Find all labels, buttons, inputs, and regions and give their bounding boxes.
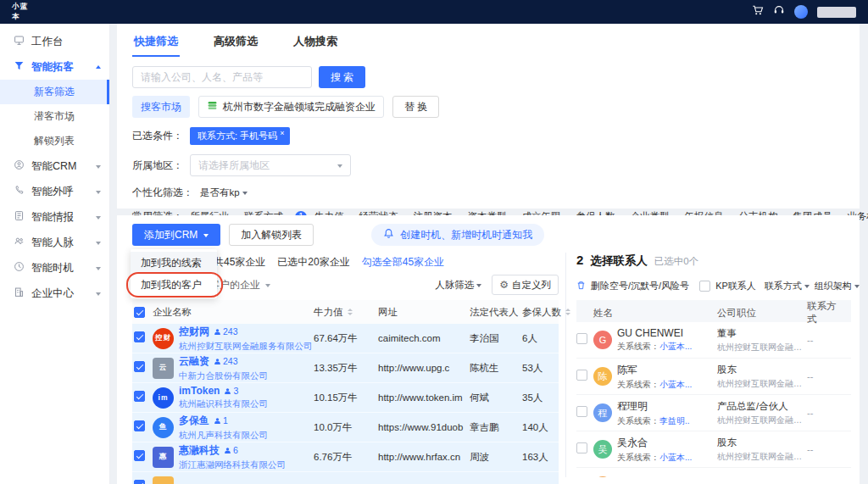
tab-quick-filter[interactable]: 快捷筛选 xyxy=(132,31,180,57)
kp-checkbox[interactable] xyxy=(699,281,710,292)
market-button[interactable]: 搜客市场 xyxy=(132,96,190,118)
cart-icon[interactable] xyxy=(752,4,764,19)
sidebar-item-smart-crm[interactable]: 智能CRM xyxy=(0,153,109,179)
contact-name[interactable]: 吴永合 xyxy=(617,436,692,450)
contacts-count-badge[interactable]: 243 xyxy=(214,326,238,337)
company-name[interactable]: 控财网 xyxy=(179,325,209,339)
headset-icon[interactable] xyxy=(773,4,785,19)
contact-method-dropdown[interactable]: 联系方式 xyxy=(765,280,810,292)
col-position[interactable]: 公司职位 xyxy=(717,307,807,320)
contact-row[interactable]: 吴 吴永合 关系线索：小蓝本... 股东 杭州控财互联网金融服务... -- xyxy=(576,431,851,468)
sidebar-item-smart-outbound[interactable]: 智能外呼 xyxy=(0,179,109,204)
company-name[interactable]: imToken xyxy=(179,385,220,397)
staff-count: 163人 xyxy=(522,451,559,464)
company-row[interactable]: 鱼 多保鱼 1 杭州凡声科技有限公司 10.0万牛 https://www.91… xyxy=(132,413,559,442)
sidebar-group-smart-acquisition[interactable]: 智能拓客 xyxy=(0,54,109,80)
sidebar-item-potential-market[interactable]: 潜客市场 xyxy=(0,104,109,129)
col-legal-rep[interactable]: 法定代表人 xyxy=(470,306,522,319)
org-structure-dropdown[interactable]: 组织架构 xyxy=(815,280,860,292)
contact-name[interactable]: 陈军 xyxy=(617,363,692,377)
row-checkbox[interactable] xyxy=(576,406,587,417)
company-row[interactable]: 云 云融资 243 中新力合股份有限公司 13.35万牛 http://www.… xyxy=(132,353,559,383)
legal-rep: 何斌 xyxy=(470,392,522,404)
row-checkbox[interactable] xyxy=(134,420,145,431)
tab-advanced-filter[interactable]: 高级筛选 xyxy=(212,31,259,57)
search-input[interactable] xyxy=(132,66,312,88)
company-fullname[interactable]: 杭州融识科技有限公司 xyxy=(179,398,268,410)
contact-row[interactable]: 程 程理明 关系线索：李益明.. 产品总监/合伙人 杭州控财互联网金融服务...… xyxy=(576,395,851,431)
select-all-checkbox[interactable] xyxy=(134,307,145,318)
row-checkbox[interactable] xyxy=(134,480,145,484)
row-checkbox[interactable] xyxy=(134,361,145,372)
notify-pill[interactable]: 创建时机、新增时机时通知我 xyxy=(371,224,544,246)
menu-item-add-to-customers[interactable]: 加到我的客户 xyxy=(131,274,217,296)
custom-columns-button[interactable]: ⚙自定义列 xyxy=(492,275,559,295)
add-to-unlock-button[interactable]: 加入解锁列表 xyxy=(229,224,314,246)
row-checkbox[interactable] xyxy=(576,442,587,453)
contact-row[interactable]: 陈 陈军 关系线索：小蓝本... 股东 杭州控财互联网金融服务... -- xyxy=(576,359,851,395)
relation-clue[interactable]: 小蓝本... xyxy=(659,453,692,462)
company-row-partial[interactable] xyxy=(132,472,559,484)
tab-people-search[interactable]: 人物搜索 xyxy=(292,31,339,57)
staff-count: 53人 xyxy=(522,362,559,375)
remove-tag-icon[interactable]: × xyxy=(280,130,284,137)
col-website[interactable]: 网址 xyxy=(378,306,470,319)
sidebar-item-unlock-list[interactable]: 解锁列表 xyxy=(0,129,109,153)
row-checkbox[interactable] xyxy=(576,333,587,344)
col-staff[interactable]: 参保人数 xyxy=(522,306,559,319)
row-checkbox[interactable] xyxy=(134,450,145,461)
search-button[interactable]: 搜 索 xyxy=(319,66,365,88)
username-redacted[interactable] xyxy=(817,7,856,18)
col-contact[interactable]: 联系方式 xyxy=(807,300,844,325)
relation-clue[interactable]: 李益明.. xyxy=(659,416,690,426)
sidebar-item-smart-network[interactable]: 智能人脉 xyxy=(0,230,109,255)
replace-button[interactable]: 替 换 xyxy=(392,96,439,118)
row-checkbox[interactable] xyxy=(134,391,145,402)
company-fullname[interactable]: 杭州凡声科技有限公司 xyxy=(179,430,268,442)
contacts-count-badge[interactable]: 3 xyxy=(224,386,238,396)
sidebar-item-enterprise-center[interactable]: 企业中心 xyxy=(0,281,109,306)
workbench-icon xyxy=(14,35,25,48)
row-checkbox[interactable] xyxy=(134,331,145,342)
contact-row[interactable]: G GU CHENWEI 关系线索：小蓝本... 董事 杭州控财互联网金融服务.… xyxy=(576,322,851,359)
sidebar-item-new-customer-filter[interactable]: 新客筛选 xyxy=(0,80,109,104)
contact-avatar: 李 xyxy=(593,476,612,477)
row-checkbox[interactable] xyxy=(576,370,587,381)
condition-tag[interactable]: 联系方式: 手机号码 × xyxy=(190,127,290,145)
sort-icon[interactable] xyxy=(348,306,353,318)
company-row[interactable]: 惠 惠瀜科技 6 浙江惠瀜网络科技有限公司 6.76万牛 http://www.… xyxy=(132,442,559,472)
company-fullname[interactable]: 中新力合股份有限公司 xyxy=(179,370,268,382)
relation-clue[interactable]: 小蓝本... xyxy=(659,380,692,389)
col-company-name[interactable]: 企业名称 xyxy=(153,306,314,319)
company-name[interactable]: 惠瀜科技 xyxy=(179,443,220,458)
contact-name[interactable]: GU CHENWEI xyxy=(617,327,692,339)
company-fullname[interactable]: 浙江惠瀜网络科技有限公司 xyxy=(179,459,286,471)
company-name[interactable]: 云融资 xyxy=(179,354,209,369)
company-row[interactable]: im imToken 3 杭州融识科技有限公司 10.15万牛 http://w… xyxy=(132,383,559,413)
contacts-count-badge[interactable]: 243 xyxy=(214,356,238,366)
kp-filter-dropdown[interactable]: 是否有kp xyxy=(200,186,248,199)
clean-numbers-label[interactable]: 删除空号/沉默号/风险号 xyxy=(591,280,689,292)
col-niuli[interactable]: 牛力值 xyxy=(314,306,378,319)
renmai-filter-dropdown[interactable]: 人脉筛选 xyxy=(435,279,481,292)
company-row[interactable]: 控财 控财网 243 杭州控财互联网金融服务有限公司 67.64万牛 caimi… xyxy=(132,324,559,353)
sidebar-item-workbench[interactable]: 工作台 xyxy=(0,29,109,54)
add-to-crm-button[interactable]: 添加到CRM xyxy=(132,224,220,246)
contact-name[interactable]: 程理明 xyxy=(617,399,690,414)
contacts-count-badge[interactable]: 6 xyxy=(224,445,238,455)
sidebar-item-smart-timing[interactable]: 智能时机 xyxy=(0,255,109,281)
market-selected-box[interactable]: 杭州市数字金融领域完成融资企业 xyxy=(198,96,384,118)
sidebar-item-smart-intel[interactable]: 智能情报 xyxy=(0,204,109,230)
company-name[interactable]: 多保鱼 xyxy=(179,414,209,428)
region-select[interactable]: 请选择所属地区 xyxy=(190,154,351,176)
col-name[interactable]: 姓名 xyxy=(593,307,717,320)
legal-rep: 李治国 xyxy=(470,332,522,345)
contacts-count-badge[interactable]: 1 xyxy=(214,415,228,426)
menu-item-add-to-leads[interactable]: 加到我的线索 xyxy=(131,252,217,274)
company-fullname[interactable]: 杭州控财互联网金融服务有限公司 xyxy=(179,341,313,353)
select-all-link[interactable]: 勾选全部45家企业 xyxy=(362,255,444,270)
relation-clue[interactable]: 小蓝本... xyxy=(659,342,692,351)
app-logo[interactable]: 小蓝本 xyxy=(12,2,33,23)
avatar[interactable] xyxy=(794,5,808,19)
contact-row-partial[interactable]: 李 李治国 董事长兼CEO xyxy=(576,468,851,477)
